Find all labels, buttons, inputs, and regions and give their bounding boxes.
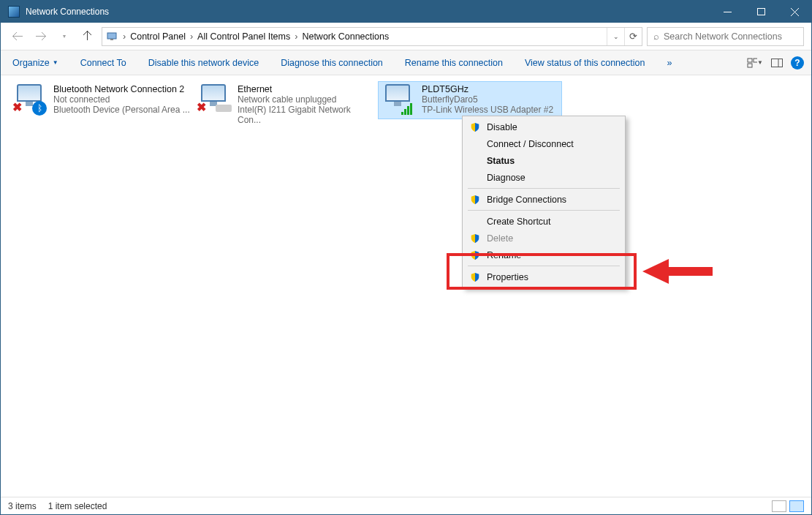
connection-wifi[interactable]: PLDT5GHz ButterflyDaro5 TP-Link Wireless… bbox=[378, 81, 562, 119]
connection-status: ButterflyDaro5 bbox=[422, 94, 553, 105]
shield-icon bbox=[470, 122, 480, 132]
ctx-shortcut[interactable]: Create Shortcut bbox=[465, 213, 623, 230]
connection-name: Bluetooth Network Connection 2 bbox=[53, 84, 190, 94]
breadcrumb-network-connections[interactable]: Network Connections bbox=[299, 28, 392, 45]
navbar: 🡠 🡢 ▾ 🡡 › Control Panel › All Control Pa… bbox=[1, 23, 811, 50]
titlebar: Network Connections bbox=[1, 1, 811, 23]
connection-device: Bluetooth Device (Personal Area ... bbox=[53, 105, 190, 115]
view-status-button[interactable]: View status of this connection bbox=[520, 55, 649, 71]
content-area: ✖ ᛒ Bluetooth Network Connection 2 Not c… bbox=[1, 75, 811, 497]
cable-icon bbox=[216, 105, 232, 112]
disconnected-x-icon: ✖ bbox=[197, 101, 206, 113]
separator bbox=[468, 210, 620, 211]
connection-status: Not connected bbox=[53, 94, 190, 105]
window-title: Network Connections bbox=[26, 7, 710, 17]
disconnected-x-icon: ✖ bbox=[12, 101, 22, 113]
selected-count: 1 item selected bbox=[48, 501, 107, 511]
svg-rect-1 bbox=[757, 9, 764, 15]
close-button[interactable] bbox=[778, 1, 811, 23]
separator bbox=[468, 188, 620, 189]
ctx-delete[interactable]: Delete bbox=[465, 230, 623, 247]
search-input[interactable]: ⌕ Search Network Connections bbox=[647, 27, 804, 46]
connection-device: TP-Link Wireless USB Adapter #2 bbox=[422, 105, 553, 115]
ctx-disable[interactable]: Disable bbox=[465, 119, 623, 135]
search-placeholder: Search Network Connections bbox=[664, 31, 782, 42]
svg-rect-8 bbox=[748, 64, 752, 67]
view-options-button[interactable]: ▼ bbox=[747, 55, 763, 71]
up-button[interactable]: 🡡 bbox=[78, 27, 97, 46]
ctx-status[interactable]: Status bbox=[465, 152, 623, 169]
details-view-toggle[interactable] bbox=[772, 500, 786, 512]
rename-button[interactable]: Rename this connection bbox=[401, 55, 507, 71]
connection-status: Network cable unplugged bbox=[238, 94, 375, 105]
chevron-right-icon[interactable]: › bbox=[189, 31, 194, 42]
svg-rect-5 bbox=[110, 39, 113, 40]
chevron-right-icon[interactable]: › bbox=[293, 31, 299, 42]
help-button[interactable]: ? bbox=[791, 56, 804, 69]
address-bar[interactable]: › Control Panel › All Control Panel Item… bbox=[102, 27, 642, 46]
signal-icon bbox=[401, 102, 414, 115]
chevron-down-icon: ▼ bbox=[53, 59, 58, 66]
connect-to-button[interactable]: Connect To bbox=[76, 55, 131, 71]
tiles-view-toggle[interactable] bbox=[789, 500, 804, 512]
connection-name: PLDT5GHz bbox=[422, 84, 553, 94]
maximize-button[interactable] bbox=[744, 1, 778, 23]
connection-name: Ethernet bbox=[238, 84, 375, 94]
connection-icon: ✖ ᛒ bbox=[12, 84, 48, 116]
svg-rect-9 bbox=[772, 59, 783, 67]
breadcrumb-control-panel[interactable]: Control Panel bbox=[127, 28, 189, 45]
svg-rect-6 bbox=[748, 59, 752, 62]
forward-button[interactable]: 🡢 bbox=[31, 27, 50, 46]
app-icon bbox=[8, 6, 20, 18]
shield-icon bbox=[470, 233, 480, 244]
connection-icon bbox=[381, 84, 416, 116]
refresh-button[interactable]: ⟳ bbox=[624, 28, 642, 45]
annotation-highlight-box bbox=[447, 253, 637, 290]
address-dropdown[interactable]: ⌄ bbox=[607, 28, 624, 45]
command-bar: Organize▼ Connect To Disable this networ… bbox=[1, 50, 811, 75]
status-bar: 3 items 1 item selected bbox=[1, 497, 811, 514]
breadcrumb-all-items[interactable]: All Control Panel Items bbox=[194, 28, 293, 45]
item-count: 3 items bbox=[8, 501, 37, 511]
back-button[interactable]: 🡠 bbox=[8, 27, 27, 46]
shield-icon bbox=[470, 195, 480, 205]
diagnose-button[interactable]: Diagnose this connection bbox=[276, 55, 387, 71]
ctx-diagnose[interactable]: Diagnose bbox=[465, 169, 623, 186]
bluetooth-icon: ᛒ bbox=[32, 101, 47, 116]
ctx-bridge[interactable]: Bridge Connections bbox=[465, 191, 623, 208]
recent-dropdown[interactable]: ▾ bbox=[55, 27, 74, 46]
preview-pane-button[interactable] bbox=[769, 55, 785, 71]
annotation-arrow bbox=[642, 259, 713, 284]
svg-rect-4 bbox=[107, 33, 116, 39]
connection-bluetooth[interactable]: ✖ ᛒ Bluetooth Network Connection 2 Not c… bbox=[10, 81, 194, 119]
ctx-connect[interactable]: Connect / Disconnect bbox=[465, 135, 623, 152]
search-icon: ⌕ bbox=[653, 31, 659, 42]
connection-icon: ✖ bbox=[197, 84, 232, 116]
connection-device: Intel(R) I211 Gigabit Network Con... bbox=[238, 105, 375, 125]
overflow-button[interactable]: » bbox=[662, 55, 676, 71]
disable-device-button[interactable]: Disable this network device bbox=[144, 55, 263, 71]
connection-ethernet[interactable]: ✖ Ethernet Network cable unplugged Intel… bbox=[194, 81, 378, 128]
minimize-button[interactable] bbox=[710, 1, 744, 23]
address-icon bbox=[105, 31, 118, 42]
organize-menu[interactable]: Organize▼ bbox=[8, 55, 63, 71]
chevron-right-icon[interactable]: › bbox=[121, 31, 127, 42]
